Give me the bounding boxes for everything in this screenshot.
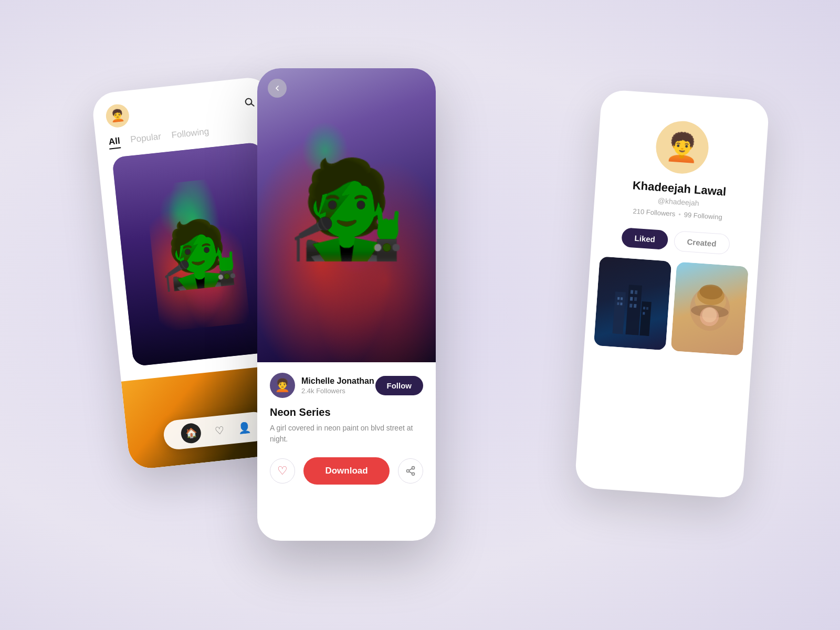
user-avatar-phone1: 🧑‍🦱 [105,103,130,129]
follow-button[interactable]: Follow [375,376,424,395]
tab-following[interactable]: Following [171,127,210,141]
search-icon[interactable] [239,92,260,113]
phone-2: 🧑‍🦱 Michelle Jonathan 2.4k Followers Fol… [257,68,436,541]
svg-line-5 [409,471,412,473]
author-info: 🧑‍🦱 Michelle Jonathan 2.4k Followers [270,373,374,398]
featured-image-phone2 [257,68,436,362]
svg-rect-19 [639,301,651,336]
profile-nav-icon[interactable]: 👤 [237,421,251,434]
profile-avatar: 🧑‍🦱 [654,119,710,175]
post-description: A girl covered in neon paint on blvd str… [270,423,423,445]
svg-rect-9 [620,297,622,300]
author-avatar: 🧑‍🦱 [270,373,295,398]
post-content: 🧑‍🦱 Michelle Jonathan 2.4k Followers Fol… [257,362,436,495]
tab-popular[interactable]: Popular [130,131,161,145]
following-count: 99 Following [684,211,722,221]
svg-rect-22 [643,312,645,314]
heart-nav-icon[interactable]: ♡ [214,424,225,437]
svg-rect-8 [617,297,619,300]
profile-stats: 210 Followers • 99 Following [633,207,722,221]
svg-rect-15 [629,297,632,300]
stats-dot: • [678,211,681,218]
home-nav-icon[interactable]: 🏠 [180,422,202,444]
followers-count: 210 Followers [633,207,676,218]
profile-grid [594,256,749,355]
heart-icon: ♡ [277,464,288,478]
download-button[interactable]: Download [303,457,390,485]
svg-line-6 [409,468,412,470]
tab-liked[interactable]: Liked [622,227,669,250]
grid-item-hat[interactable] [670,261,749,355]
profile-name: Khadeejah Lawal [632,178,727,198]
svg-rect-11 [620,302,622,305]
svg-rect-21 [646,307,648,310]
profile-tabs: Liked Created [621,227,730,255]
profile-handle: @khadeejah [657,196,699,207]
svg-rect-16 [634,297,636,301]
tab-created[interactable]: Created [673,230,730,255]
svg-rect-18 [634,304,636,308]
share-button[interactable] [398,458,423,484]
svg-rect-13 [630,290,633,293]
phone-3: 🧑‍🦱 Khadeejah Lawal @khadeejah 210 Follo… [574,89,770,499]
svg-rect-12 [625,285,642,335]
svg-rect-14 [634,290,637,294]
like-button[interactable]: ♡ [270,458,295,484]
svg-rect-17 [629,303,632,307]
tab-all[interactable]: All [108,136,121,150]
svg-line-1 [251,103,254,106]
svg-rect-10 [617,302,619,305]
svg-rect-20 [643,307,645,309]
profile-section: 🧑‍🦱 Khadeejah Lawal @khadeejah 210 Follo… [591,89,770,257]
post-actions: ♡ Download [270,457,423,485]
post-title: Neon Series [270,406,423,418]
grid-item-city[interactable] [594,256,672,350]
author-followers: 2.4k Followers [301,387,374,395]
download-label: Download [325,466,368,476]
author-name: Michelle Jonathan [301,376,374,386]
back-button[interactable] [268,79,287,98]
